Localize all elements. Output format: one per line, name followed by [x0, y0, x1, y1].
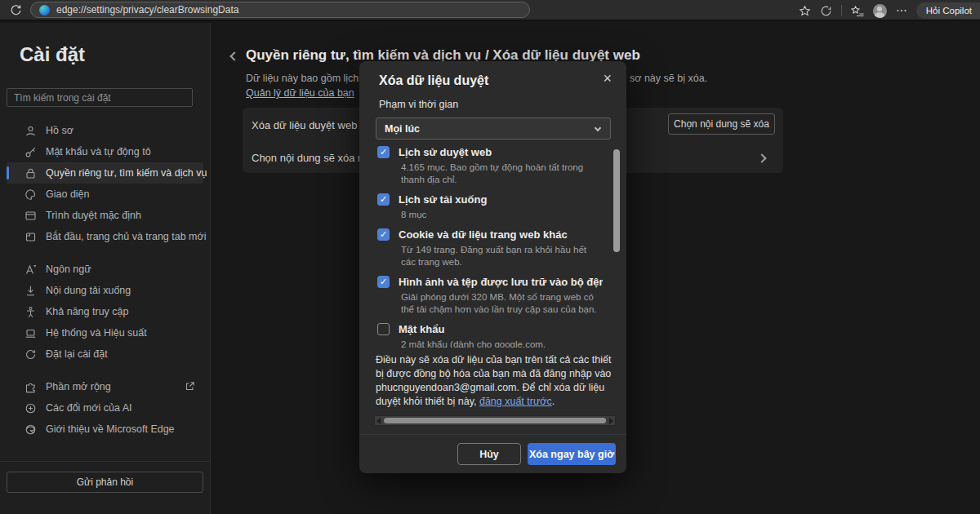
download-icon — [24, 285, 37, 297]
accessibility-icon — [24, 306, 37, 318]
sidebar-item-label: Khả năng truy cập — [46, 306, 128, 317]
time-range-select[interactable]: Mọi lúc — [376, 117, 611, 140]
lock-icon — [24, 167, 37, 179]
list-item: Lịch sử tải xuống 8 mục — [376, 193, 603, 221]
edge-logo-icon — [39, 5, 50, 16]
sidebar-item-appearance[interactable]: Giao diện — [7, 184, 203, 205]
sidebar-item-ai-innovations[interactable]: Các đổi mới của AI — [7, 397, 203, 419]
sidebar-item-reset[interactable]: Đặt lại cài đặt — [7, 343, 203, 365]
sidebar-item-label: Mật khẩu và tự động tô — [46, 146, 151, 157]
dialog-footer-divider — [359, 434, 626, 435]
sidebar-item-label: Giới thiệu về Microsoft Edge — [46, 423, 175, 435]
sidebar-item-accessibility[interactable]: Khả năng truy cập — [7, 301, 203, 322]
sidebar-item-label: Các đổi mới của AI — [46, 402, 131, 414]
favorites-list-icon[interactable] — [851, 5, 864, 17]
list-item: Lịch sử duyệt web 4.165 mục. Bao gồm tự … — [376, 146, 603, 186]
list-item: Hình ảnh và tệp được lưu trữ vào bộ đệm … — [376, 276, 603, 316]
ai-icon — [24, 402, 37, 414]
time-range-value: Mọi lúc — [385, 123, 420, 135]
sidebar-item-label: Trình duyệt mặc định — [46, 210, 141, 221]
sidebar-item-downloads[interactable]: Nội dung tải xuống — [7, 280, 203, 301]
item-description: Giải phóng dưới 320 MB. Một số trang web… — [401, 291, 597, 316]
passwords-checkbox[interactable] — [377, 323, 390, 335]
horizontal-scrollbar[interactable] — [374, 415, 616, 426]
edge-icon — [24, 423, 37, 436]
horizontal-scrollbar-thumb[interactable] — [384, 418, 606, 423]
sidebar-item-default-browser[interactable]: Trình duyệt mặc định — [7, 205, 203, 226]
sidebar-item-profile[interactable]: Hồ sơ — [7, 120, 203, 141]
sidebar-item-languages[interactable]: Ngôn ngữ — [7, 259, 203, 280]
more-menu-icon[interactable] — [896, 5, 907, 16]
sync-warning-text: Điều này sẽ xóa dữ liệu của bạn trên tất… — [376, 353, 616, 409]
sidebar-item-label: Bắt đầu, trang chủ và trang tab mới — [46, 231, 207, 242]
clear-on-close-row-label: Chọn nội dung sẽ xóa mỗi — [252, 152, 375, 164]
cancel-button[interactable]: Hủy — [457, 443, 521, 465]
item-description: 4.165 mục. Bao gồm tự động hoàn tất tron… — [401, 162, 597, 186]
item-label: Lịch sử duyệt web — [399, 146, 492, 158]
settings-sidebar: Cài đặt Hồ sơ Mật khẩu và tự động tô Quy… — [0, 23, 211, 514]
address-bar[interactable]: edge://settings/privacy/clearBrowsingDat… — [30, 2, 530, 18]
settings-title: Cài đặt — [20, 43, 85, 66]
clear-now-button[interactable]: Xóa ngay bây giờ — [528, 443, 616, 465]
url-text: edge://settings/privacy/clearBrowsingDat… — [56, 4, 238, 16]
sidebar-item-about-edge[interactable]: Giới thiệu về Microsoft Edge — [7, 419, 203, 440]
sync-warning-period: . — [552, 396, 555, 407]
sidebar-item-label: Hồ sơ — [46, 125, 74, 136]
clear-browsing-data-dialog: Xóa dữ liệu duyệt × Phạm vi thời gian Mọ… — [359, 61, 626, 473]
browsing-history-checkbox[interactable] — [377, 146, 390, 158]
item-label: Cookie và dữ liệu trang web khác — [399, 228, 568, 241]
sidebar-item-start-home-newtab[interactable]: Bắt đầu, trang chủ và trang tab mới — [7, 226, 203, 247]
scroll-right-arrow-icon[interactable] — [609, 418, 613, 424]
sidebar-divider — [0, 461, 210, 462]
item-label: Mật khẩu — [399, 323, 444, 335]
settings-nav: Hồ sơ Mật khẩu và tự động tô Quyền riêng… — [7, 120, 203, 440]
settings-search-input[interactable] — [7, 88, 193, 107]
sidebar-item-extensions[interactable]: Phần mở rộng — [7, 376, 203, 397]
time-range-label: Phạm vi thời gian — [379, 99, 458, 110]
list-item: Cookie và dữ liệu trang web khác Từ 149 … — [376, 228, 603, 268]
item-description: 8 mục — [401, 209, 597, 221]
sidebar-item-passwords[interactable]: Mật khẩu và tự động tô — [7, 141, 203, 162]
cached-images-checkbox[interactable] — [377, 276, 390, 288]
sidebar-item-privacy[interactable]: Quyền riêng tư, tìm kiếm và dịch vụ — [7, 162, 203, 184]
page-subtitle: Dữ liệu này bao gồm lịch sử, — [246, 73, 376, 84]
ask-copilot-button[interactable]: Hỏi Copilot — [916, 2, 980, 19]
palette-icon — [24, 188, 37, 201]
sidebar-item-label: Phần mở rộng — [46, 381, 111, 392]
cookies-checkbox[interactable] — [377, 228, 390, 241]
sidebar-item-label: Đặt lại cài đặt — [46, 348, 108, 360]
sidebar-item-system[interactable]: Hệ thống và Hiệu suất — [7, 322, 203, 343]
scroll-left-arrow-icon[interactable] — [376, 418, 381, 424]
choose-what-to-clear-button[interactable]: Chọn nội dung sẽ xóa — [668, 113, 775, 135]
sidebar-item-label: Hệ thống và Hiệu suất — [46, 327, 147, 339]
item-description: 2 mật khẩu (dành cho google.com, topazla… — [401, 339, 597, 348]
sidebar-item-label: Quyền riêng tư, tìm kiếm và dịch vụ — [46, 167, 207, 179]
browser-essentials-icon[interactable] — [820, 5, 832, 17]
browser-window: edge://settings/privacy/clearBrowsingDat… — [0, 0, 980, 514]
system-icon — [24, 327, 37, 339]
reset-icon — [24, 348, 37, 361]
row-chevron-icon[interactable] — [757, 153, 766, 162]
dialog-title: Xóa dữ liệu duyệt — [379, 73, 488, 88]
vertical-scrollbar-thumb[interactable] — [613, 149, 620, 252]
profile-avatar[interactable] — [873, 4, 887, 18]
favorite-star-icon[interactable] — [799, 5, 811, 17]
new-tab-icon — [24, 231, 37, 243]
send-feedback-button[interactable]: Gửi phản hồi — [7, 472, 203, 493]
back-chevron-icon[interactable] — [229, 51, 238, 60]
sign-out-link[interactable]: đăng xuất trước — [479, 396, 552, 407]
item-label: Lịch sử tải xuống — [399, 193, 487, 206]
browser-toolbar: edge://settings/privacy/clearBrowsingDat… — [0, 0, 980, 21]
sidebar-item-label: Ngôn ngữ — [46, 264, 91, 275]
language-icon — [24, 264, 37, 276]
toolbar-actions: Hỏi Copilot — [799, 0, 980, 21]
profile-icon — [24, 125, 37, 137]
external-link-icon — [185, 381, 195, 394]
sidebar-item-label: Nội dung tải xuống — [46, 285, 131, 296]
manage-data-link[interactable]: Quản lý dữ liệu của bạn — [246, 87, 354, 99]
sidebar-item-label: Giao diện — [46, 188, 90, 200]
download-history-checkbox[interactable] — [377, 193, 390, 206]
reload-icon[interactable] — [10, 4, 22, 16]
item-label: Hình ảnh và tệp được lưu trữ vào bộ đệm … — [399, 276, 603, 288]
close-icon[interactable]: × — [603, 71, 612, 86]
